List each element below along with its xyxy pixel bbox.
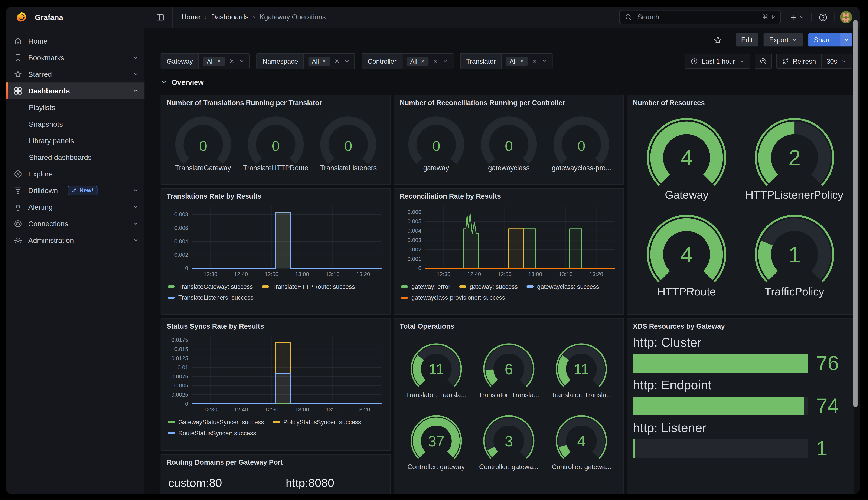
sidebar-item-shared-dashboards[interactable]: Shared dashboards [6, 149, 145, 166]
remove-value-icon [216, 58, 221, 64]
gauge: 11 [548, 338, 615, 393]
bar-value: 76 [816, 354, 848, 373]
legend-item[interactable]: gatewayclass: success [527, 283, 599, 290]
svg-text:0.01: 0.01 [177, 364, 188, 371]
gauge: 4 [635, 110, 738, 193]
zoom-out-button[interactable] [755, 54, 772, 69]
sidebar-item-library-panels[interactable]: Library panels [6, 132, 145, 149]
svg-text:0: 0 [185, 401, 188, 407]
panel-title[interactable]: Total Operations [400, 322, 618, 330]
panel-title[interactable]: Number of Reconciliations Running per Co… [400, 99, 618, 107]
variable-value-area[interactable]: All [199, 54, 249, 69]
legend-item[interactable]: TranslateGateway: success [168, 283, 253, 290]
variable-value-area[interactable]: All [502, 54, 552, 69]
legend-item[interactable]: gateway: success [459, 283, 518, 290]
variable-chip: All [203, 57, 225, 66]
sidebar-item-home[interactable]: Home [6, 33, 145, 49]
chevron-down-icon [132, 220, 139, 227]
svg-text:13:00: 13:00 [295, 271, 309, 277]
sidebar-item-connections[interactable]: Connections [6, 215, 145, 232]
chevron-down-icon [238, 58, 245, 64]
export-button[interactable]: Export [764, 33, 803, 46]
refresh-icon [781, 57, 789, 65]
legend-item[interactable]: TranslateListeners: success [168, 294, 254, 301]
variable-label[interactable]: Controller [362, 54, 402, 69]
gauge: 1 [743, 207, 846, 290]
refresh-interval-select[interactable]: 30s [821, 54, 852, 68]
search-input[interactable] [636, 13, 758, 22]
refresh-button[interactable]: Refresh [777, 54, 821, 68]
timeseries-chart: 00.00250.0050.00750.010.01250.0150.01751… [167, 332, 385, 436]
variable-value-area[interactable]: All [304, 54, 354, 69]
panel-title[interactable]: Number of Resources [633, 99, 848, 107]
variable-namespace: Namespace All [257, 53, 355, 69]
sidebar-item-alerting[interactable]: Alerting [6, 198, 145, 215]
clear-all-icon [229, 58, 235, 64]
legend-item[interactable]: gateway: error [401, 283, 450, 290]
breadcrumb-home[interactable]: Home [181, 13, 200, 21]
breadcrumb-dashboards[interactable]: Dashboards [211, 13, 248, 21]
panel-title[interactable]: Status Syncs Rate by Results [167, 322, 385, 330]
panel-title[interactable]: Translations Rate by Results [167, 192, 385, 200]
chevron-down-icon [132, 237, 139, 243]
sidebar-item-starred[interactable]: Starred [6, 66, 145, 82]
svg-text:0.0175: 0.0175 [171, 337, 188, 343]
svg-text:2: 2 [788, 145, 801, 170]
sidebar-item-playlists[interactable]: Playlists [6, 99, 145, 116]
search-box[interactable]: ⌘+k [619, 10, 781, 24]
gear-icon [13, 236, 23, 245]
svg-text:0.004: 0.004 [175, 238, 188, 245]
grafana-logo[interactable] [14, 9, 30, 25]
panel-title[interactable]: Routing Domains per Gateway Port [167, 458, 385, 466]
sidebar-item-bookmarks[interactable]: Bookmarks [6, 49, 145, 66]
bar-gauge-list: http: Cluster 76 http: Endpoint 74 http:… [633, 335, 848, 458]
time-range-picker[interactable]: Last 1 hour [685, 54, 750, 69]
avatar[interactable] [840, 11, 852, 23]
legend-item[interactable]: gatewayclass-provisioner: success [401, 294, 505, 301]
variable-value-area[interactable]: All [402, 54, 453, 69]
sidebar-item-explore[interactable]: Explore [6, 166, 145, 182]
sidebar-item-drilldown[interactable]: Drilldown New! [6, 182, 145, 198]
legend-item[interactable]: TranslateHTTPRoute: success [261, 283, 355, 290]
chevron-down-icon [739, 58, 744, 64]
variable-label[interactable]: Gateway [161, 54, 199, 69]
svg-text:0.004: 0.004 [408, 228, 421, 234]
panel-title[interactable]: Number of Translations Running per Trans… [167, 99, 385, 107]
breadcrumb-separator: › [253, 13, 255, 21]
svg-text:12:50: 12:50 [265, 271, 278, 277]
legend-item[interactable]: PolicyStatusSyncer: success [273, 419, 361, 425]
panel-reconciliations-running: Number of Reconciliations Running per Co… [394, 94, 624, 185]
legend-item[interactable]: RouteStatusSyncer: success [168, 430, 256, 436]
svg-text:4: 4 [577, 433, 586, 450]
dashboard-toolbar: Edit Export Share [144, 28, 860, 48]
sidebar-item-snapshots[interactable]: Snapshots [6, 116, 145, 132]
variable-label[interactable]: Translator [461, 54, 502, 69]
svg-text:1: 1 [788, 242, 801, 267]
panel-translations-rate: Translations Rate by Results 00.0020.004… [161, 188, 391, 315]
row-overview-toggle[interactable]: Overview [144, 72, 860, 89]
chevron-down-icon [542, 58, 548, 64]
scrollbar-thumb[interactable] [853, 20, 858, 407]
edit-button[interactable]: Edit [736, 33, 758, 46]
compass-icon [13, 169, 23, 178]
svg-text:0.005: 0.005 [175, 382, 188, 389]
panel-translations-running: Number of Translations Running per Trans… [161, 94, 391, 185]
share-caret-button[interactable] [841, 33, 852, 46]
sidebar-item-dashboards[interactable]: Dashboards [6, 82, 145, 99]
chart-legend: gateway: errorgateway: successgatewaycla… [400, 283, 618, 301]
bar-gauge: http: Cluster 76 [633, 335, 848, 373]
panel-title[interactable]: Reconciliation Rate by Results [400, 192, 618, 200]
help-button[interactable] [817, 11, 830, 24]
sidebar-toggle-icon[interactable] [154, 11, 167, 24]
star-dashboard-button[interactable] [711, 33, 724, 46]
variable-label[interactable]: Namespace [257, 54, 304, 69]
section-title: Overview [172, 78, 204, 86]
svg-text:0: 0 [199, 138, 207, 154]
panel-title[interactable]: XDS Resources by Gateway [633, 322, 848, 330]
add-new-button[interactable] [787, 11, 806, 23]
svg-text:4: 4 [680, 242, 693, 267]
share-button[interactable]: Share [808, 33, 852, 46]
sidebar-item-administration[interactable]: Administration [6, 232, 145, 248]
legend-item[interactable]: GatewayStatusSyncer: success [168, 419, 264, 425]
bar-track [633, 397, 808, 415]
